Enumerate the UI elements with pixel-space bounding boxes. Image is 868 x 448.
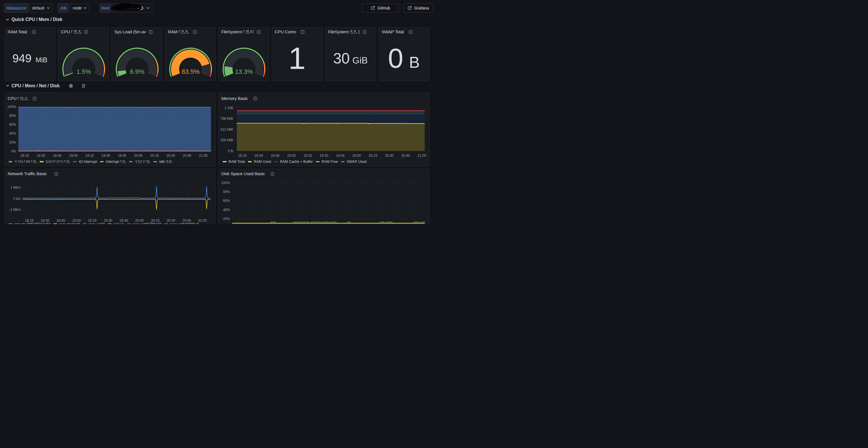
svg-text:13.3%: 13.3% xyxy=(235,68,253,75)
svg-text:6.9%: 6.9% xyxy=(130,68,144,75)
svg-text:1.5%: 1.5% xyxy=(76,68,91,75)
svg-text:83.5%: 83.5% xyxy=(182,68,199,75)
